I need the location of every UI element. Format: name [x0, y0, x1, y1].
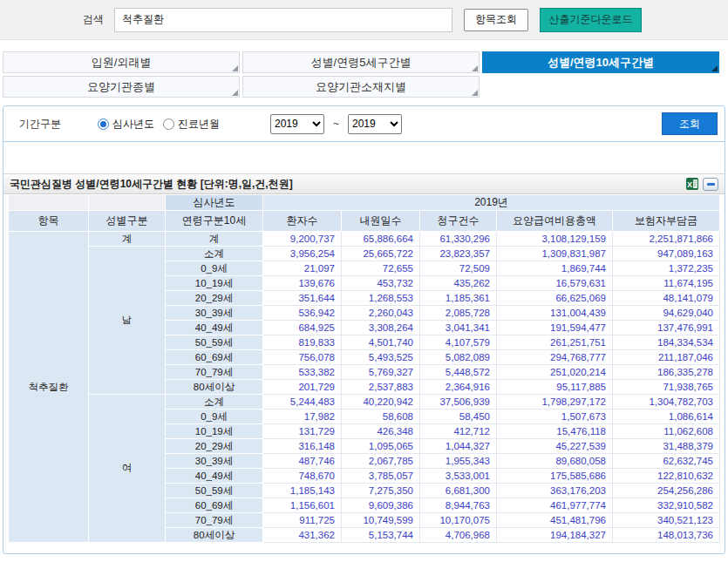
tab-gender-age10[interactable]: 성별/연령10세구간별: [482, 51, 719, 73]
value-cell: 412,712: [420, 424, 497, 439]
value-cell: 453,732: [342, 276, 420, 291]
value-cell: 435,262: [420, 276, 497, 291]
item-cell: 척추질환: [9, 232, 89, 543]
value-cell: 1,955,343: [420, 454, 497, 469]
value-cell: 58,608: [342, 410, 420, 424]
value-cell: 94,629,040: [613, 306, 720, 321]
value-cell: 31,488,379: [613, 439, 720, 454]
minus-glyph: [707, 183, 715, 186]
column-header-item: 항목: [9, 211, 89, 232]
value-cell: 184,334,534: [613, 335, 720, 350]
value-cell: 7,275,350: [342, 484, 420, 498]
value-cell: 1,869,744: [497, 261, 613, 276]
value-cell: 351,644: [263, 291, 342, 306]
value-cell: 45,227,539: [497, 439, 613, 454]
year-header-cell: 2019년: [263, 195, 720, 211]
review-year-radio[interactable]: 심사년도: [98, 117, 154, 132]
svg-text:X: X: [687, 180, 692, 189]
value-cell: 1,268,553: [342, 291, 420, 306]
value-cell: 1,086,614: [613, 410, 720, 424]
tab-row-1: 입원/외래별 성별/연령5세구간별 성별/연령10세구간별: [3, 51, 725, 73]
value-cell: 1,798,297,172: [497, 395, 613, 410]
age-cell: 70_79세: [166, 513, 263, 528]
value-cell: 2,085,728: [420, 306, 497, 321]
value-cell: 10,170,075: [420, 513, 497, 528]
value-cell: 10,749,599: [342, 513, 420, 528]
tab-institution-location[interactable]: 요양기관소재지별: [242, 76, 480, 98]
age-cell: 60_69세: [166, 350, 263, 365]
tab-gender-age5[interactable]: 성별/연령5세구간별: [242, 51, 480, 73]
value-cell: 37,506,939: [420, 395, 497, 410]
tab-label: 성별/연령5세구간별: [311, 55, 412, 71]
tab-strip: 입원/외래별 성별/연령5세구간별 성별/연령10세구간별 요양기관종별 요양기…: [3, 51, 725, 98]
search-input[interactable]: [114, 8, 452, 32]
value-cell: 191,594,477: [497, 321, 613, 335]
value-cell: 1,507,673: [497, 410, 613, 424]
value-cell: 3,533,001: [420, 469, 497, 484]
value-cell: 316,148: [263, 439, 342, 454]
value-cell: 23,823,357: [420, 247, 497, 261]
value-cell: 1,372,235: [613, 261, 720, 276]
gender-cell: 여: [89, 395, 166, 543]
tab-label: 요양기관소재지별: [316, 79, 406, 95]
column-header-gender: 성별구분: [89, 211, 166, 232]
value-cell: 533,382: [263, 365, 342, 380]
period-type-label: 기간구분: [19, 117, 80, 132]
value-cell: 2,251,871,866: [613, 232, 720, 247]
value-cell: 5,769,327: [342, 365, 420, 380]
treatment-month-radio-label: 진료년월: [178, 117, 220, 132]
value-cell: 61,330,296: [420, 232, 497, 247]
criteria-download-button[interactable]: 산출기준다운로드: [540, 8, 642, 32]
age-cell: 40_49세: [166, 469, 263, 484]
value-cell: 65,886,664: [342, 232, 420, 247]
value-cell: 194,184,327: [497, 528, 613, 543]
tab-institution-type[interactable]: 요양기관종별: [3, 76, 240, 98]
item-lookup-button[interactable]: 항목조회: [464, 9, 528, 31]
value-cell: 21,097: [263, 261, 342, 276]
table-row: 남소계3,956,25425,665,72223,823,3571,309,83…: [9, 247, 720, 261]
value-cell: 4,501,740: [342, 335, 420, 350]
tab-inpatient-outpatient[interactable]: 입원/외래별: [3, 51, 240, 73]
value-cell: 15,476,118: [497, 424, 613, 439]
gender-cell: 남: [89, 247, 166, 395]
year-to-select[interactable]: 2019: [348, 114, 402, 134]
value-cell: 684,925: [263, 321, 342, 335]
age-cell: 50_59세: [166, 335, 263, 350]
column-header-age-group: 연령구분10세: [166, 211, 263, 232]
table-row: 여소계5,244,48340,220,94237,506,9391,798,29…: [9, 395, 720, 410]
value-cell: 131,729: [263, 424, 342, 439]
value-cell: 2,260,043: [342, 306, 420, 321]
value-cell: 11,674,195: [613, 276, 720, 291]
query-button[interactable]: 조회: [662, 112, 718, 135]
collapse-minus-icon[interactable]: [703, 178, 718, 191]
value-cell: 819,833: [263, 335, 342, 350]
table-body: 척추질환계계9,200,73765,886,66461,330,2963,108…: [9, 232, 720, 543]
value-cell: 461,977,774: [497, 498, 613, 513]
value-cell: 947,089,163: [613, 247, 720, 261]
review-year-header-cell: 심사년도: [166, 195, 263, 211]
value-cell: 2,364,916: [420, 380, 497, 395]
value-cell: 1,185,143: [263, 484, 342, 498]
radio-unselected-icon: [163, 118, 174, 130]
value-cell: 137,476,991: [613, 321, 720, 335]
excel-download-icon[interactable]: X: [685, 177, 699, 191]
value-cell: 2,537,883: [342, 380, 420, 395]
value-cell: 340,521,123: [613, 513, 720, 528]
treatment-month-radio[interactable]: 진료년월: [163, 117, 220, 132]
value-cell: 4,107,579: [420, 335, 497, 350]
age-cell: 20_29세: [166, 291, 263, 306]
value-cell: 16,579,631: [497, 276, 613, 291]
value-cell: 175,585,686: [497, 469, 613, 484]
value-cell: 5,153,744: [342, 528, 420, 543]
value-cell: 3,041,341: [420, 321, 497, 335]
value-cell: 9,200,737: [263, 232, 342, 247]
year-from-select[interactable]: 2019: [270, 114, 324, 134]
age-cell: 30_39세: [166, 306, 263, 321]
value-cell: 6,681,300: [420, 484, 497, 498]
value-cell: 71,938,765: [613, 380, 720, 395]
age-cell: 소계: [166, 247, 263, 261]
value-cell: 139,676: [263, 276, 342, 291]
value-cell: 1,044,327: [420, 439, 497, 454]
value-cell: 5,244,483: [263, 395, 342, 410]
value-cell: 8,944,763: [420, 498, 497, 513]
